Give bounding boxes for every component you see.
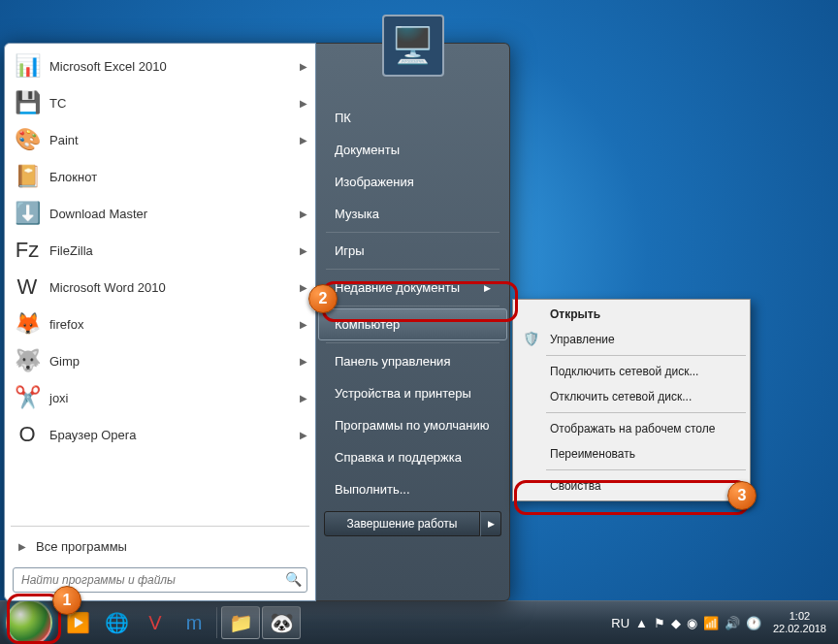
separator — [326, 306, 500, 306]
help-link[interactable]: Справка и поддержка — [318, 441, 507, 473]
app-label: Microsoft Excel 2010 — [49, 59, 300, 74]
taskbar-explorer-icon[interactable]: 📁 — [221, 606, 260, 639]
tc-icon: 💾 — [13, 88, 42, 117]
tray-flag-icon[interactable]: ⚑ — [654, 616, 665, 630]
chevron-right-icon: ▶ — [300, 209, 307, 219]
start-menu: 📊Microsoft Excel 2010▶💾TC▶🎨Paint▶📔Блокно… — [4, 43, 510, 601]
app-item[interactable]: FzFileZilla▶ — [7, 232, 313, 269]
user-portrait[interactable]: 🖥️ — [382, 15, 444, 77]
app-label: Paint — [49, 133, 300, 147]
lang-indicator[interactable]: RU — [611, 616, 629, 630]
run-link[interactable]: Выполнить... — [318, 473, 507, 505]
clock[interactable]: 1:02 22.02.2018 — [767, 610, 832, 635]
shield-icon: 🛡️ — [523, 331, 539, 346]
user-link[interactable]: ПК — [318, 102, 507, 134]
context-manage[interactable]: 🛡️Управление — [515, 327, 748, 352]
taskbar: ▶️ 🌐 V m 📁 🐼 RU ▲ ⚑ ◆ ◉ 📶 🔊 🕐 1:02 22.02… — [0, 600, 838, 644]
separator — [546, 412, 746, 413]
chevron-right-icon: ▶ — [484, 283, 491, 293]
control-panel-link[interactable]: Панель управления — [318, 345, 507, 377]
tray-volume-icon[interactable]: 🔊 — [725, 616, 740, 630]
app-item[interactable]: OБраузер Opera▶ — [7, 416, 313, 453]
word-icon: W — [13, 273, 42, 302]
documents-link[interactable]: Документы — [318, 134, 507, 166]
games-link[interactable]: Игры — [318, 235, 507, 267]
context-rename[interactable]: Переименовать — [515, 441, 748, 467]
app-item[interactable]: 🎨Paint▶ — [7, 121, 313, 158]
badge-1: 1 — [52, 586, 81, 615]
separator — [216, 607, 217, 638]
context-show-desktop[interactable]: Отображать на рабочем столе — [515, 416, 748, 441]
separator — [326, 232, 500, 233]
tray-nvidia-icon[interactable]: ◉ — [687, 616, 697, 630]
default-programs-link[interactable]: Программы по умолчанию — [318, 409, 507, 441]
desktop: 📊Microsoft Excel 2010▶💾TC▶🎨Paint▶📔Блокно… — [0, 0, 838, 644]
excel-icon: 📊 — [13, 51, 42, 80]
devices-link[interactable]: Устройства и принтеры — [318, 377, 507, 409]
taskbar-maxthon-icon[interactable]: m — [176, 607, 212, 638]
app-item[interactable]: 🦊firefox▶ — [7, 306, 313, 342]
chevron-right-icon: ▶ — [300, 430, 307, 440]
app-label: Блокнот — [49, 170, 307, 184]
taskbar-vivaldi-icon[interactable]: V — [137, 607, 174, 638]
app-label: Браузер Opera — [49, 428, 300, 442]
shutdown-group: Завершение работы ▶ — [324, 511, 501, 536]
app-item[interactable]: 🐺Gimp▶ — [7, 342, 313, 379]
app-label: Download Master — [49, 207, 300, 221]
app-item[interactable]: 📔Блокнот — [7, 158, 313, 195]
chevron-right-icon: ▶ — [300, 282, 307, 293]
context-properties[interactable]: Свойства — [515, 473, 748, 499]
taskbar-chrome-icon[interactable]: 🌐 — [98, 607, 135, 638]
tray-chevron-icon[interactable]: ▲ — [635, 616, 648, 630]
all-programs[interactable]: ▶ Все программы — [5, 529, 315, 564]
app-item[interactable]: ⬇️Download Master▶ — [7, 195, 313, 232]
gimp-icon: 🐺 — [13, 346, 42, 375]
app-label: FileZilla — [49, 243, 300, 258]
chevron-right-icon: ▶ — [300, 245, 307, 256]
app-label: joxi — [49, 391, 300, 405]
notepad-icon: 📔 — [13, 162, 42, 191]
context-disconnect-drive[interactable]: Отключить сетевой диск... — [515, 384, 748, 409]
chevron-right-icon: ▶ — [18, 541, 26, 552]
tray-app-icon[interactable]: ◆ — [671, 616, 681, 630]
chevron-right-icon: ▶ — [300, 393, 307, 403]
taskbar-app-icon[interactable]: 🐼 — [262, 606, 301, 639]
opera-icon: O — [13, 420, 42, 449]
app-item[interactable]: ✂️joxi▶ — [7, 379, 313, 416]
start-button[interactable] — [6, 599, 52, 644]
context-menu: Открыть 🛡️Управление Подключить сетевой … — [512, 299, 751, 501]
app-label: Gimp — [49, 354, 300, 369]
clock-date: 22.02.2018 — [773, 623, 826, 635]
app-label: firefox — [49, 317, 300, 332]
pictures-link[interactable]: Изображения — [318, 166, 507, 198]
context-open[interactable]: Открыть — [515, 302, 748, 327]
paint-icon: 🎨 — [13, 125, 42, 154]
start-menu-right-pane: 🖥️ ПК Документы Изображения Музыка Игры … — [316, 43, 510, 601]
shutdown-options-button[interactable]: ▶ — [480, 511, 501, 536]
chevron-right-icon: ▶ — [300, 135, 307, 145]
chevron-right-icon: ▶ — [300, 356, 307, 367]
separator — [326, 269, 500, 270]
computer-link[interactable]: Компьютер — [318, 308, 507, 340]
app-item[interactable]: 📊Microsoft Excel 2010▶ — [7, 48, 313, 84]
chevron-right-icon: ▶ — [300, 61, 307, 72]
start-menu-left-pane: 📊Microsoft Excel 2010▶💾TC▶🎨Paint▶📔Блокно… — [4, 43, 316, 601]
tray-network-icon[interactable]: 📶 — [703, 616, 719, 630]
tray-clock-icon[interactable]: 🕐 — [746, 616, 761, 630]
badge-3: 3 — [727, 481, 757, 510]
music-link[interactable]: Музыка — [318, 198, 507, 230]
context-map-drive[interactable]: Подключить сетевой диск... — [515, 359, 748, 384]
recent-documents-link[interactable]: Недавние документы▶ — [318, 272, 507, 304]
search-icon[interactable]: 🔍 — [285, 571, 302, 587]
chevron-right-icon: ▶ — [300, 319, 307, 330]
app-label: Microsoft Word 2010 — [49, 280, 300, 295]
all-programs-label: Все программы — [36, 539, 127, 554]
pinned-apps-list: 📊Microsoft Excel 2010▶💾TC▶🎨Paint▶📔Блокно… — [5, 44, 315, 524]
app-item[interactable]: WMicrosoft Word 2010▶ — [7, 269, 313, 306]
clock-time: 1:02 — [773, 610, 826, 623]
shutdown-button[interactable]: Завершение работы — [324, 511, 480, 536]
separator — [326, 342, 500, 343]
filezilla-icon: Fz — [13, 236, 42, 265]
separator — [546, 355, 746, 356]
app-item[interactable]: 💾TC▶ — [7, 84, 313, 121]
